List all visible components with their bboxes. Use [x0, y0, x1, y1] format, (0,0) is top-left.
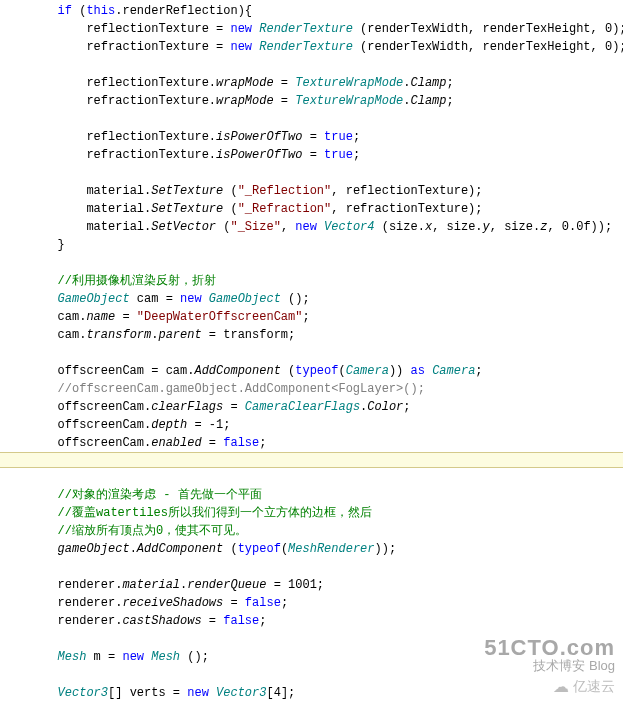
- code-block: if (this.renderReflection){ reflectionTe…: [0, 0, 623, 704]
